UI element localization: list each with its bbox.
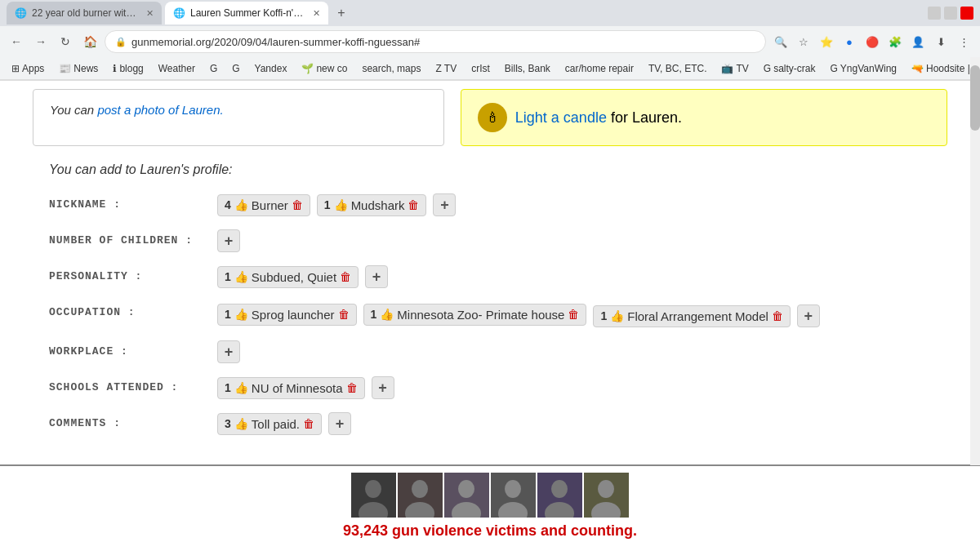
blogg-icon: ℹ bbox=[113, 63, 117, 74]
nickname-row: NICKNAME : 4 👍 Burner 🗑 1 👍 Mudshark 🗑 + bbox=[49, 193, 931, 216]
ssl-lock-icon: 🔒 bbox=[115, 37, 127, 47]
nickname-1-text: Burner bbox=[252, 198, 288, 212]
occupation-2-vote: 1 bbox=[371, 308, 377, 321]
bookmark-apps[interactable]: ⊞ Apps bbox=[7, 61, 49, 76]
bookmark-tv-1[interactable]: Z TV bbox=[430, 61, 461, 76]
forward-button[interactable]: → bbox=[31, 32, 51, 51]
comments-add-button[interactable]: + bbox=[328, 412, 351, 435]
bookmark-crist[interactable]: crIst bbox=[466, 61, 495, 76]
svg-point-16 bbox=[598, 480, 614, 498]
bookmark-yandex[interactable]: Yandex bbox=[250, 61, 292, 76]
trash-icon-8[interactable]: 🗑 bbox=[303, 417, 314, 430]
comments-1-vote: 3 bbox=[225, 417, 231, 430]
occupation-tag-2: 1 👍 Minnesota Zoo- Primate house 🗑 bbox=[363, 304, 587, 326]
close-button[interactable] bbox=[960, 7, 973, 20]
bookmark-weather[interactable]: Weather bbox=[154, 61, 200, 76]
footer-photo-2[interactable] bbox=[398, 473, 443, 518]
bookmark-search-maps[interactable]: search, maps bbox=[357, 61, 425, 76]
comments-tag-1: 3 👍 Toll paid. 🗑 bbox=[217, 413, 322, 435]
trash-icon-1[interactable]: 🗑 bbox=[292, 198, 303, 211]
nickname-add-button[interactable]: + bbox=[433, 193, 456, 216]
scrollbar[interactable] bbox=[970, 57, 980, 465]
occupation-3-vote: 1 bbox=[600, 309, 607, 322]
address-bar[interactable]: 🔒 gunmemorial.org/2020/09/04/lauren-summ… bbox=[105, 30, 766, 53]
svg-point-7 bbox=[458, 480, 474, 498]
schools-1-text: NU of Minnesota bbox=[252, 381, 343, 395]
nickname-tag-1: 4 👍 Burner 🗑 bbox=[217, 194, 310, 216]
bookmark-star-icon[interactable]: ☆ bbox=[794, 32, 813, 51]
nickname-label: NICKNAME : bbox=[49, 193, 212, 211]
bookmark-tv-bc[interactable]: TV, BC, ETC. bbox=[644, 61, 712, 76]
trash-icon-2[interactable]: 🗑 bbox=[408, 198, 419, 211]
extensions-icon[interactable]: ● bbox=[840, 32, 859, 51]
back-button[interactable]: ← bbox=[7, 32, 26, 51]
trash-icon-7[interactable]: 🗑 bbox=[346, 381, 358, 394]
tab-2[interactable]: 🌐 Lauren Summer Koffi-n'guessan ✕ bbox=[165, 2, 328, 24]
schools-values: 1 👍 NU of Minnesota 🗑 + bbox=[217, 376, 394, 399]
footer-photo-1[interactable] bbox=[351, 473, 396, 518]
thumb-up-icon-4: 👍 bbox=[234, 308, 248, 321]
profile-section: You can add to Lauren's profile: NICKNAM… bbox=[0, 154, 980, 464]
occupation-add-button[interactable]: + bbox=[797, 304, 820, 327]
svg-point-13 bbox=[551, 480, 568, 498]
maximize-button[interactable] bbox=[944, 7, 957, 20]
reload-button[interactable]: ↻ bbox=[56, 32, 75, 51]
bookmark-g2[interactable]: G bbox=[227, 61, 244, 76]
children-label: NUMBER OF CHILDREN : bbox=[49, 229, 212, 247]
comments-1-text: Toll paid. bbox=[252, 417, 300, 431]
bookmark-salty[interactable]: G salty-crak bbox=[759, 61, 821, 76]
candle-icon: 🕯 bbox=[478, 103, 507, 132]
workplace-add-button[interactable]: + bbox=[217, 340, 240, 363]
bookmark-bills-bank[interactable]: Bills, Bank bbox=[500, 61, 555, 76]
tab-1[interactable]: 🌐 22 year old burner with 3 sprogs ✕ bbox=[7, 2, 162, 24]
extension-puzzle-icon[interactable]: 🧩 bbox=[885, 32, 905, 51]
tab-1-close[interactable]: ✕ bbox=[146, 8, 154, 19]
bookmark-add-icon[interactable]: ⭐ bbox=[817, 32, 836, 51]
children-row: NUMBER OF CHILDREN : + bbox=[49, 229, 931, 252]
trash-icon-4[interactable]: 🗑 bbox=[338, 308, 350, 321]
schools-add-button[interactable]: + bbox=[372, 376, 394, 399]
bookmark-tv-2[interactable]: 📺 TV bbox=[716, 61, 753, 76]
footer-photo-6[interactable] bbox=[584, 473, 629, 518]
user-icon[interactable]: 👤 bbox=[908, 32, 928, 51]
menu-icon[interactable]: ⋮ bbox=[954, 32, 973, 51]
footer-photo-4[interactable] bbox=[491, 473, 536, 518]
new-tab-button[interactable]: + bbox=[332, 3, 351, 23]
footer-strip: 93,243 gun violence victims and counting… bbox=[0, 464, 980, 546]
tab-bar: 🌐 22 year old burner with 3 sprogs ✕ 🌐 L… bbox=[0, 0, 980, 26]
personality-add-button[interactable]: + bbox=[365, 265, 388, 288]
bookmark-car-home[interactable]: car/home repair bbox=[560, 61, 639, 76]
bookmark-new-co[interactable]: 🌱 new co bbox=[296, 61, 352, 76]
trash-icon-3[interactable]: 🗑 bbox=[340, 270, 351, 283]
nickname-1-vote: 4 bbox=[225, 198, 231, 211]
bookmark-hoodsite[interactable]: 🔫 Hoodsite | Uncenso... bbox=[906, 61, 980, 76]
nickname-values: 4 👍 Burner 🗑 1 👍 Mudshark 🗑 + bbox=[217, 193, 456, 216]
footer-photo-3[interactable] bbox=[444, 473, 489, 518]
svg-point-4 bbox=[412, 480, 428, 498]
children-add-button[interactable]: + bbox=[217, 229, 240, 252]
hoodsite-icon: 🔫 bbox=[911, 63, 924, 74]
search-icon-btn[interactable]: 🔍 bbox=[771, 32, 791, 51]
download-icon[interactable]: ⬇ bbox=[931, 32, 951, 51]
trash-icon-6[interactable]: 🗑 bbox=[772, 309, 783, 322]
bookmark-news[interactable]: 📰 News bbox=[54, 61, 103, 76]
profile-icon[interactable]: 🔴 bbox=[862, 32, 882, 51]
tab-2-close[interactable]: ✕ bbox=[313, 8, 320, 19]
home-button[interactable]: 🏠 bbox=[80, 32, 100, 51]
trash-icon-5[interactable]: 🗑 bbox=[568, 308, 579, 321]
personality-values: 1 👍 Subdued, Quiet 🗑 + bbox=[217, 265, 388, 288]
bookmark-blogg[interactable]: ℹ blogg bbox=[108, 61, 148, 76]
post-photo-link[interactable]: post a photo of Lauren. bbox=[97, 103, 223, 117]
light-candle-link[interactable]: Light a candle bbox=[515, 109, 607, 126]
thumb-up-icon-2: 👍 bbox=[334, 198, 348, 211]
minimize-button[interactable] bbox=[928, 7, 941, 20]
svg-point-10 bbox=[505, 480, 521, 498]
schools-1-vote: 1 bbox=[225, 381, 231, 394]
footer-photo-5[interactable] bbox=[537, 473, 582, 518]
scrollbar-thumb[interactable] bbox=[970, 65, 980, 131]
schools-tag-1: 1 👍 NU of Minnesota 🗑 bbox=[217, 377, 365, 399]
victim-count-text: gun violence victims and counting. bbox=[388, 522, 637, 539]
bookmark-g1[interactable]: G bbox=[205, 61, 222, 76]
personality-row: PERSONALITY : 1 👍 Subdued, Quiet 🗑 + bbox=[49, 265, 931, 288]
bookmark-yng[interactable]: G YngVanWing bbox=[826, 61, 902, 76]
